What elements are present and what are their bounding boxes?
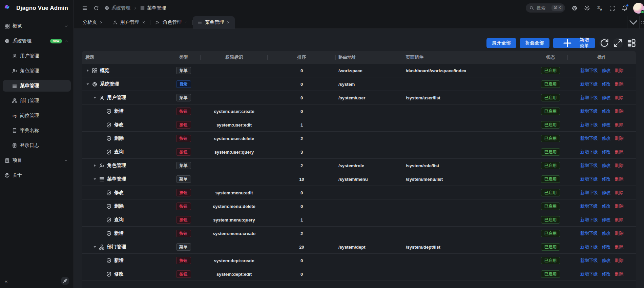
action-edit[interactable]: 修改 bbox=[602, 271, 611, 277]
action-edit[interactable]: 修改 bbox=[602, 176, 611, 182]
action-edit[interactable]: 修改 bbox=[602, 217, 611, 223]
close-icon[interactable] bbox=[227, 21, 230, 24]
actions-cell: 新增下级修改删除 bbox=[568, 267, 636, 281]
sidebar-item-role[interactable]: 角色管理 bbox=[3, 65, 71, 77]
action-delete[interactable]: 删除 bbox=[615, 68, 624, 74]
action-add-child[interactable]: 新增下级 bbox=[580, 203, 598, 209]
tab-菜单管理[interactable]: 菜单管理 bbox=[193, 16, 235, 28]
action-add-child[interactable]: 新增下级 bbox=[580, 190, 598, 196]
caret-down-icon[interactable] bbox=[92, 245, 97, 249]
sidebar-item-post[interactable]: Pg 岗位管理 bbox=[3, 110, 71, 121]
action-delete[interactable]: 删除 bbox=[615, 230, 624, 236]
action-add-child[interactable]: 新增下级 bbox=[580, 230, 598, 236]
action-add-child[interactable]: 新增下级 bbox=[580, 149, 598, 155]
action-delete[interactable]: 删除 bbox=[615, 81, 624, 87]
action-edit[interactable]: 修改 bbox=[602, 190, 611, 196]
dashboard-icon bbox=[92, 68, 98, 74]
sidebar-item-dict[interactable]: 字典名称 bbox=[3, 125, 71, 136]
action-edit[interactable]: 修改 bbox=[602, 95, 611, 101]
action-delete[interactable]: 删除 bbox=[615, 244, 624, 250]
tabs-dropdown-button[interactable] bbox=[627, 16, 639, 28]
sort-cell: 0 bbox=[268, 64, 336, 77]
action-edit[interactable]: 修改 bbox=[602, 230, 611, 236]
language-translate-icon[interactable]: 文A bbox=[597, 5, 603, 11]
action-add-child[interactable]: 新增下级 bbox=[580, 81, 598, 87]
collapse-sidebar-icon[interactable]: « bbox=[5, 278, 7, 284]
action-add-child[interactable]: 新增下级 bbox=[580, 162, 598, 169]
action-delete[interactable]: 删除 bbox=[615, 217, 624, 223]
theme-sun-icon[interactable] bbox=[584, 5, 590, 11]
collapse-all-button[interactable]: 折叠全部 bbox=[520, 38, 549, 48]
action-delete[interactable]: 删除 bbox=[615, 122, 624, 128]
action-add-child[interactable]: 新增下级 bbox=[580, 135, 598, 141]
sidebar-item-user[interactable]: 用户管理 bbox=[3, 50, 71, 62]
action-add-child[interactable]: 新增下级 bbox=[580, 108, 598, 114]
pin-sidebar-button[interactable] bbox=[61, 277, 69, 285]
refresh-table-button[interactable] bbox=[599, 38, 609, 48]
action-delete[interactable]: 删除 bbox=[615, 271, 624, 277]
action-edit[interactable]: 修改 bbox=[602, 68, 611, 74]
tab-分析页[interactable]: 分析页 bbox=[78, 16, 108, 28]
action-delete[interactable]: 删除 bbox=[615, 135, 624, 141]
close-icon[interactable] bbox=[184, 21, 188, 24]
action-edit[interactable]: 修改 bbox=[602, 108, 611, 114]
topbar-actions: 搜索 ⌘ K 文A bbox=[526, 3, 644, 14]
sidebar-item-project[interactable]: 项目 bbox=[3, 155, 71, 166]
caret-right-icon[interactable] bbox=[92, 163, 97, 168]
action-add-child[interactable]: 新增下级 bbox=[580, 271, 598, 277]
expand-all-button[interactable]: 展开全部 bbox=[486, 38, 516, 48]
breadcrumb-section[interactable]: 系统管理 bbox=[111, 5, 130, 11]
sidebar-item-about[interactable]: 关于 bbox=[3, 170, 71, 181]
sidebar-item-dept[interactable]: 部门管理 bbox=[3, 95, 71, 107]
action-add-child[interactable]: 新增下级 bbox=[580, 68, 598, 74]
action-delete[interactable]: 删除 bbox=[615, 108, 624, 114]
column-settings-button[interactable] bbox=[626, 38, 637, 48]
sidebar-item-overview[interactable]: 概览 bbox=[3, 20, 71, 32]
app-logo[interactable]: Djagno Vue Admin bbox=[0, 0, 74, 16]
action-delete[interactable]: 删除 bbox=[615, 95, 624, 101]
notification-bell-icon[interactable] bbox=[622, 5, 628, 11]
action-delete[interactable]: 删除 bbox=[615, 149, 624, 155]
action-edit[interactable]: 修改 bbox=[602, 203, 611, 209]
sidebar-item-system[interactable]: 系统管理 new bbox=[3, 35, 71, 47]
add-menu-button[interactable]: 新增菜单 bbox=[553, 38, 595, 48]
column-header-7: 操作 bbox=[568, 51, 636, 64]
action-delete[interactable]: 删除 bbox=[615, 162, 624, 169]
sidebar-item-menu[interactable]: 菜单管理 bbox=[3, 80, 71, 92]
action-add-child[interactable]: 新增下级 bbox=[580, 95, 598, 101]
action-delete[interactable]: 删除 bbox=[615, 257, 624, 264]
fullscreen-icon[interactable] bbox=[609, 5, 615, 11]
settings-gear-icon[interactable] bbox=[572, 5, 578, 11]
action-edit[interactable]: 修改 bbox=[602, 244, 611, 250]
tab-用户管理[interactable]: 用户管理 bbox=[108, 16, 150, 28]
action-delete[interactable]: 删除 bbox=[615, 203, 624, 209]
breadcrumb-page[interactable]: 菜单管理 bbox=[147, 5, 166, 11]
tab-角色管理[interactable]: 角色管理 bbox=[150, 16, 192, 28]
action-edit[interactable]: 修改 bbox=[602, 122, 611, 128]
action-delete[interactable]: 删除 bbox=[615, 190, 624, 196]
action-add-child[interactable]: 新增下级 bbox=[580, 122, 598, 128]
action-edit[interactable]: 修改 bbox=[602, 162, 611, 169]
close-icon[interactable] bbox=[142, 21, 145, 24]
action-add-child[interactable]: 新增下级 bbox=[580, 217, 598, 223]
sidebar-item-log[interactable]: 登录日志 bbox=[3, 140, 71, 151]
caret-down-icon[interactable] bbox=[92, 177, 97, 181]
fullscreen-table-button[interactable] bbox=[613, 38, 623, 48]
action-add-child[interactable]: 新增下级 bbox=[580, 244, 598, 250]
search-input[interactable]: 搜索 ⌘ K bbox=[526, 3, 565, 13]
action-edit[interactable]: 修改 bbox=[602, 149, 611, 155]
caret-down-icon[interactable] bbox=[85, 82, 90, 87]
action-add-child[interactable]: 新增下级 bbox=[580, 257, 598, 264]
action-edit[interactable]: 修改 bbox=[602, 257, 611, 264]
caret-down-icon[interactable] bbox=[92, 95, 97, 100]
user-avatar[interactable] bbox=[633, 3, 644, 14]
hamburger-icon[interactable] bbox=[82, 5, 87, 11]
action-add-child[interactable]: 新增下级 bbox=[580, 176, 598, 182]
close-icon[interactable] bbox=[100, 21, 103, 24]
refresh-icon[interactable] bbox=[94, 5, 99, 11]
action-edit[interactable]: 修改 bbox=[602, 81, 611, 87]
action-delete[interactable]: 删除 bbox=[615, 176, 624, 182]
caret-right-icon[interactable] bbox=[85, 68, 90, 73]
tabs-maximize-button[interactable] bbox=[639, 16, 644, 28]
action-edit[interactable]: 修改 bbox=[602, 135, 611, 141]
